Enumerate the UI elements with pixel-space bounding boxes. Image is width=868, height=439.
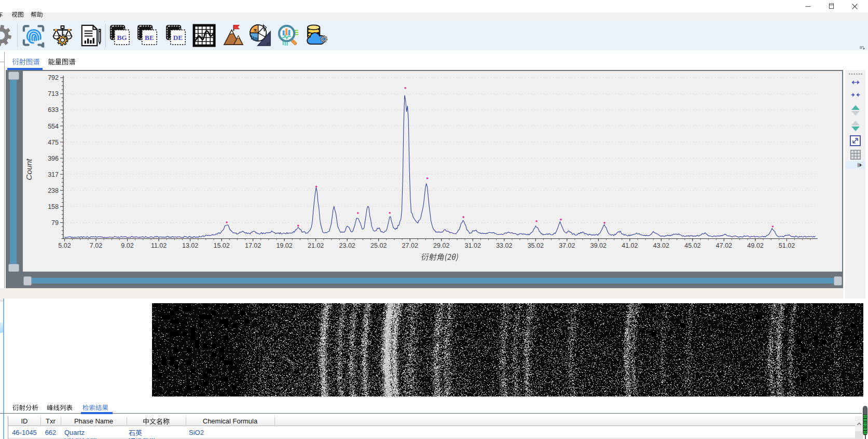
toolbar-pie-triangle-button[interactable]: π [247,23,273,48]
vertical-range-top-handle[interactable] [8,72,19,80]
layers-bg-icon: BG [108,23,132,48]
svg-text:9.02: 9.02 [121,242,133,249]
svg-text:31.02: 31.02 [465,242,481,249]
horizontal-range-bar[interactable] [32,278,834,284]
svg-text:39.02: 39.02 [590,242,607,249]
toolbar-gear-button[interactable] [0,23,13,48]
toolbar-report-pen-button[interactable] [77,23,103,48]
toolbar-layers-de-button[interactable]: DE [163,23,189,48]
database-cloud-icon [304,23,328,48]
menu-bar: 车 视图 帮助 [0,12,868,21]
collapse-horizontal-icon[interactable] [845,90,865,100]
column-header-phase-name[interactable]: Phase Name [61,416,127,426]
svg-text:27.02: 27.02 [402,242,418,249]
svg-text:25.02: 25.02 [370,242,387,249]
svg-text:158: 158 [48,203,59,210]
svg-text:317: 317 [48,171,59,178]
svg-text:713: 713 [48,90,59,97]
toolbar: BG BE DE π [0,21,868,50]
toolbar-balance-gear-button[interactable] [50,23,75,48]
xrd-analysis-app: 车 视图 帮助 BG BE DE π 衍射图谱 能量图谱 [0,0,868,439]
detector-2d-strip-image [152,303,863,396]
tab-peak-list[interactable]: 峰线列表 [47,402,73,412]
tab-diffraction-analysis[interactable]: 衍射分析 [12,402,38,412]
column-header-chemical-formula[interactable]: Chemical Formula [186,416,274,426]
toolbar-database-cloud-button[interactable] [303,23,328,48]
grip-dots-icon[interactable] [845,72,865,76]
toolbar-layers-bg-button[interactable]: BG [107,23,133,48]
: 帮助 [31,10,43,18]
column-header-cn-name[interactable]: 中文名称 [127,416,186,426]
left-rail-selected-segment[interactable] [0,322,3,333]
: 车 [0,10,3,18]
active-bottom-tab-underline [81,412,113,414]
bottom-panel-divider [0,413,862,414]
table-row[interactable]: 46-1045 662 Quartz 石英 SiO2 [8,427,855,438]
svg-text:51.02: 51.02 [779,242,795,249]
: 石英 [129,428,142,437]
toolbar-fingerprint-scan-button[interactable] [21,23,46,48]
spectrum-tab-strip: 衍射图谱 能量图谱 [0,50,868,70]
vertical-range-bottom-handle[interactable] [8,264,19,272]
tab-energy-spectrum[interactable]: 能量图谱 [48,56,76,66]
report-pen-icon [78,23,102,48]
toolbar-overflow-button[interactable] [859,43,866,49]
toolbar-layers-be-button[interactable]: BE [135,23,160,48]
horizontal-range-left-handle[interactable] [23,276,32,286]
toolbar-wave-grid-button[interactable] [191,23,217,48]
minimize-button[interactable] [796,0,820,12]
svg-text:79: 79 [51,219,59,226]
green-slider-cap [863,406,867,415]
column-header-txr[interactable]: Txr [40,416,61,426]
mountain-flag-icon [221,23,245,48]
svg-text:33.02: 33.02 [496,242,512,249]
green-slider-handle[interactable] [863,406,867,435]
shift-down-icon[interactable] [845,120,865,132]
toolbar-search-stats-button[interactable] [275,23,301,48]
svg-text:49.02: 49.02 [747,242,763,249]
svg-text:17.02: 17.02 [245,242,261,249]
: 中文名称 [143,417,170,426]
svg-text:35.02: 35.02 [528,242,544,249]
menu-help[interactable]: 帮助 [31,9,43,19]
svg-text:DE: DE [173,34,183,41]
cell-cn-name: 石英 [129,427,186,438]
diffraction-plot[interactable]: 791582383173964755546337137925.027.029.0… [23,71,842,272]
tab-search-results[interactable]: 检索结果 [82,402,108,412]
left-rail-grip[interactable] [0,52,5,62]
collapse-panel-icon[interactable] [845,161,865,169]
vertical-range-bar[interactable] [10,80,17,264]
svg-text:21.02: 21.02 [308,242,324,249]
cell-txr: 662 [40,427,61,438]
menu-database[interactable]: 车 [0,9,3,19]
fullscreen-icon[interactable] [845,134,865,147]
search-results-table: ID Txr Phase Name 中文名称 Chemical Formula … [8,416,855,439]
svg-text:29.02: 29.02 [433,242,449,249]
layers-be-icon: BE [135,23,160,48]
pie-triangle-icon: π [248,23,272,48]
title-bar [0,0,868,12]
svg-text:15.02: 15.02 [213,242,229,249]
toolbar-mountain-flag-button[interactable] [220,23,245,48]
expand-horizontal-icon[interactable] [845,78,865,87]
table-scrollbar[interactable] [855,416,863,439]
close-button[interactable] [843,0,866,12]
horizontal-range-track [6,272,843,288]
: 衍射分析 [12,403,38,412]
svg-text:π: π [254,26,257,33]
horizontal-range-right-handle[interactable] [834,276,842,286]
menu-view[interactable]: 视图 [11,9,24,19]
balance-gear-icon [50,23,75,48]
cell-id: 46-1045 [8,427,40,438]
shift-up-icon[interactable] [845,104,865,117]
maximize-button[interactable] [820,0,843,12]
column-header-id[interactable]: ID [8,416,40,426]
grid-table-icon[interactable] [845,149,865,160]
toolbar-separator [105,24,106,47]
svg-text:37.02: 37.02 [559,242,575,249]
gear-icon [0,23,13,48]
svg-text:396: 396 [48,155,59,162]
tab-diffraction-spectrum[interactable]: 衍射图谱 [12,56,40,66]
svg-text:554: 554 [48,123,59,130]
: 峰线列表 [47,403,73,412]
